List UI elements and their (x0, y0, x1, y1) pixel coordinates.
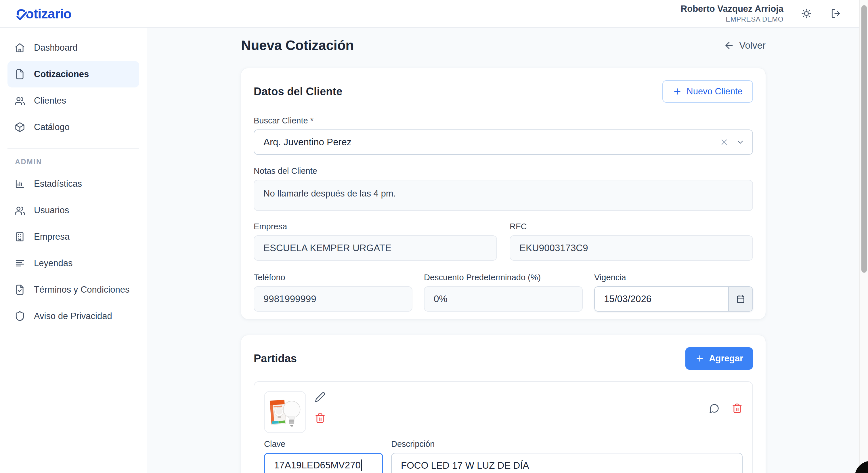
calendar-icon (736, 294, 745, 304)
sidebar-item-estadisticas[interactable]: Estadísticas (0, 171, 147, 197)
main-content: Nueva Cotización Volver Datos del Client… (147, 28, 859, 473)
sidebar-item-label: Términos y Condiciones (34, 285, 130, 295)
empresa-label: Empresa (254, 222, 497, 231)
vigencia-field-group: 15/03/2026 (594, 286, 753, 312)
new-client-label: Nuevo Cliente (686, 86, 743, 97)
chevron-down-icon[interactable] (736, 138, 745, 147)
sidebar-item-label: Usuarios (34, 205, 69, 215)
sidebar-item-dashboard[interactable]: Dashboard (0, 34, 147, 61)
scrollbar-thumb[interactable] (861, 5, 867, 273)
client-notes-value: No llamarle después de las 4 pm. (264, 188, 396, 199)
vigencia-label: Vigencia (594, 273, 753, 282)
sidebar-divider (7, 148, 139, 149)
sidebar-item-label: Dashboard (34, 42, 78, 53)
bar-chart-icon (14, 178, 25, 189)
sidebar-item-label: Empresa (34, 232, 70, 242)
add-item-button[interactable]: Agregar (685, 347, 753, 370)
telefono-label: Teléfono (254, 273, 412, 282)
rfc-field[interactable] (509, 235, 753, 261)
empresa-field[interactable] (254, 235, 497, 261)
theme-toggle-sun-icon[interactable] (800, 7, 813, 20)
user-company: EMPRESA DEMO (681, 15, 783, 24)
plus-icon (695, 354, 704, 363)
item-comment-icon[interactable] (709, 403, 720, 414)
client-data-card: Datos del Cliente Nuevo Cliente Buscar C… (241, 68, 766, 319)
delete-item-icon[interactable] (732, 403, 743, 414)
add-item-label: Agregar (709, 353, 743, 364)
clear-selection-icon[interactable] (720, 138, 729, 147)
text-cursor (361, 460, 362, 471)
clave-value: 17A19LED65MV270 (274, 460, 361, 471)
app-logo[interactable]: Cotizario (16, 6, 71, 22)
building-icon (14, 231, 25, 242)
sidebar-item-label: Estadísticas (34, 179, 82, 189)
client-card-title: Datos del Cliente (254, 85, 342, 98)
rfc-label: RFC (509, 222, 753, 231)
descripcion-label: Descripción (391, 439, 743, 449)
document-icon (14, 69, 25, 80)
partida-item-row: Clave 17A19LED65MV270 Descripción Cantid… (254, 381, 753, 473)
logo-check-icon (15, 10, 28, 23)
delete-image-icon[interactable] (315, 413, 326, 424)
sidebar-admin-section-label: ADMIN (15, 158, 147, 166)
package-icon (14, 122, 25, 132)
telefono-field[interactable] (254, 286, 412, 312)
plus-icon (673, 87, 682, 96)
edit-image-icon[interactable] (315, 391, 326, 403)
search-client-input[interactable]: Arq. Juventino Perez (254, 129, 753, 155)
sidebar: Dashboard Cotizaciones Clientes Catálogo… (0, 28, 147, 473)
sidebar-item-label: Cotizaciones (34, 69, 89, 80)
file-check-icon (14, 284, 25, 295)
sidebar-item-empresa[interactable]: Empresa (0, 224, 147, 250)
client-notes-field[interactable]: No llamarle después de las 4 pm. (254, 180, 753, 211)
sidebar-item-leyendas[interactable]: Leyendas (0, 250, 147, 276)
users-icon (14, 205, 25, 216)
client-notes-label: Notas del Cliente (254, 166, 753, 176)
sidebar-item-label: Catálogo (34, 122, 70, 132)
partidas-card-title: Partidas (254, 352, 297, 365)
arrow-left-icon (724, 40, 735, 51)
sidebar-item-cotizaciones[interactable]: Cotizaciones (7, 61, 139, 87)
sidebar-item-catalogo[interactable]: Catálogo (0, 114, 147, 140)
back-button[interactable]: Volver (724, 40, 766, 51)
page-title: Nueva Cotización (241, 37, 354, 53)
sidebar-item-clientes[interactable]: Clientes (0, 87, 147, 114)
clave-input[interactable]: 17A19LED65MV270 (264, 453, 383, 473)
descuento-label: Descuento Predeterminado (%) (424, 273, 583, 282)
clave-label: Clave (264, 439, 383, 449)
new-client-button[interactable]: Nuevo Cliente (662, 80, 753, 103)
descripcion-input[interactable] (391, 453, 743, 473)
sidebar-item-label: Leyendas (34, 258, 72, 268)
vigencia-date-value: 15/03/2026 (604, 293, 651, 304)
user-name: Roberto Vazquez Arrioja (681, 3, 783, 15)
shield-icon (14, 311, 25, 322)
sidebar-item-usuarios[interactable]: Usuarios (0, 197, 147, 224)
product-image[interactable] (264, 391, 306, 433)
vertical-scrollbar[interactable] (859, 0, 868, 473)
sidebar-item-label: Clientes (34, 95, 66, 106)
search-client-value: Arq. Juventino Perez (264, 137, 351, 148)
sidebar-item-aviso-privacidad[interactable]: Aviso de Privacidad (0, 303, 147, 329)
logout-icon[interactable] (830, 7, 842, 20)
home-icon (14, 42, 25, 53)
search-client-label: Buscar Cliente * (254, 116, 753, 125)
users-icon (14, 95, 25, 106)
sidebar-item-terminos[interactable]: Términos y Condiciones (0, 276, 147, 303)
descuento-field[interactable] (424, 286, 583, 312)
back-label: Volver (739, 40, 766, 51)
app-header: Cotizario Roberto Vazquez Arrioja EMPRES… (0, 0, 868, 28)
text-lines-icon (14, 258, 25, 269)
calendar-picker-button[interactable] (728, 287, 752, 311)
user-block: Roberto Vazquez Arrioja EMPRESA DEMO (681, 3, 783, 24)
sidebar-item-label: Aviso de Privacidad (34, 311, 112, 321)
partidas-card: Partidas Agregar (241, 335, 766, 473)
vigencia-date-input[interactable]: 15/03/2026 (595, 287, 728, 311)
